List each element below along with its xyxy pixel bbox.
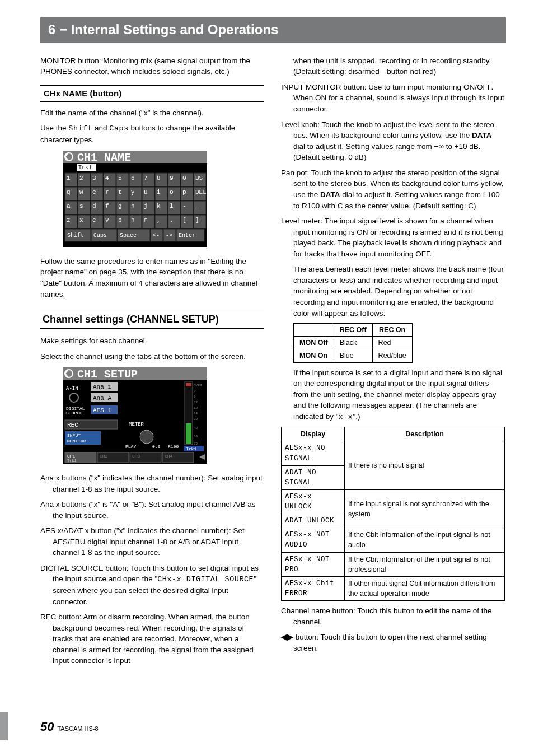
svg-text:i: i (157, 189, 161, 195)
para-edit-name: Edit the name of the channel ("x" is the… (40, 108, 264, 119)
disp-r3a: AESx-x NOT AUDIO (282, 528, 345, 552)
svg-text:CH4: CH4 (165, 454, 173, 459)
svg-text:[: [ (182, 217, 186, 223)
text: and (92, 124, 109, 132)
right-column: when the unit is stopped, recording or i… (281, 55, 505, 671)
bold-data: DATA (472, 131, 492, 139)
svg-text:12: 12 (194, 400, 198, 404)
svg-text:c: c (92, 217, 96, 223)
svg-text:.: . (170, 217, 174, 223)
svg-text:1: 1 (67, 175, 71, 181)
para-channel-name-btn: Channel name button: Touch this button t… (281, 605, 505, 627)
code-chx-dig: CHx-x DIGITAL SOURCE (157, 575, 254, 584)
para-digital-nomsg: If the input source is set to a digital … (281, 367, 505, 423)
text: If the input source is set to a digital … (293, 368, 502, 421)
para-level-knob: Level knob: Touch the knob to adjust the… (281, 119, 505, 163)
svg-text:-: - (182, 203, 186, 209)
lcd-play: PLAY (125, 444, 136, 449)
svg-text:a: a (67, 203, 71, 209)
para-shift-caps: Use the Shift and Caps buttons to change… (40, 123, 264, 145)
para-follow-procedures: Follow the same procedures to enter name… (40, 256, 264, 300)
disp-h-display: Display (282, 427, 345, 441)
code-shift: Shift (68, 124, 92, 133)
para-level-meter: Level meter: The input signal level is s… (281, 216, 505, 259)
disp-r3-desc: If the Cbit information of the input sig… (345, 528, 505, 552)
text: Level knob: Touch the knob to adjust the… (281, 120, 494, 140)
page-number: 50 (40, 720, 54, 734)
svg-text:d: d (92, 203, 96, 209)
svg-text:CH1: CH1 (67, 454, 76, 459)
para-select-channel: Select the channel using the tabs at the… (40, 351, 264, 362)
svg-text:t: t (118, 189, 122, 195)
svg-text:q: q (67, 189, 71, 195)
monrec-h-recoff: REC Off (334, 324, 372, 337)
svg-text:6: 6 (131, 175, 135, 181)
section-chx-name: CHx NAME (button) (40, 85, 264, 102)
lcd-ain: A-IN (66, 386, 78, 391)
lcd-title: CH1 NAME (77, 151, 131, 164)
disp-r2b: ADAT UNLOCK (282, 514, 345, 528)
monrec-monoff: MON Off (294, 337, 334, 349)
disp-r2-desc: If the input signal is not synchronized … (345, 489, 505, 528)
lcd-anaA: Ana A (93, 395, 111, 402)
lcd-rec: REC (67, 422, 78, 428)
left-right-arrow-icon: ◀▶ (281, 633, 293, 641)
svg-text:_: _ (195, 203, 199, 209)
disp-r4-desc: If the Cbit information of the input sig… (345, 552, 505, 576)
para-area-beneath: The area beneath each level meter shows … (281, 264, 505, 319)
monrec-blank (294, 324, 334, 337)
lcd-trackname: Trk1 (78, 165, 92, 171)
lcd-meter: METER (129, 422, 144, 427)
svg-text:Enter: Enter (179, 232, 195, 239)
svg-text:k: k (157, 203, 161, 209)
disp-r1b: ADAT NO SIGNAL (282, 465, 345, 489)
svg-text:7: 7 (144, 175, 148, 181)
monrec-blue: Blue (334, 349, 372, 362)
svg-text:->: -> (166, 232, 172, 239)
svg-text:18: 18 (194, 406, 198, 410)
svg-text:Shift: Shift (67, 232, 84, 239)
ch1-name-screenshot: CH1 NAME Trk1 1234567890BSqwertyuiopDELa… (63, 151, 264, 250)
para-rec-continued: when the unit is stopped, recording or i… (281, 55, 505, 77)
lcd-pan-r: R100 (168, 444, 179, 449)
text: Use the (40, 124, 68, 132)
svg-text:s: s (79, 203, 83, 209)
svg-text:CH3: CH3 (132, 454, 140, 459)
page-edge-stripe (0, 712, 8, 740)
disp-r1a: AESx-x NO SIGNAL (282, 441, 345, 465)
svg-text:x: x (79, 217, 83, 223)
svg-text:n: n (131, 217, 135, 223)
svg-text:Trk1: Trk1 (67, 459, 77, 463)
lcd-digsrc-label2: SOURCE (66, 410, 82, 416)
page-footer: 50 TASCAM HS-8 (40, 718, 99, 736)
svg-text:OVER: OVER (194, 384, 202, 388)
svg-text:4: 4 (105, 175, 109, 181)
disp-r2a: AESx-x UNLOCK (282, 489, 345, 514)
svg-text:24: 24 (194, 412, 198, 416)
disp-r5-desc: If other input signal Cbit information d… (345, 576, 505, 600)
svg-text:48: 48 (194, 426, 198, 430)
para-digital-source: DIGITAL SOURCE button: Touch this button… (40, 563, 264, 607)
lcd-inpmon1: INPUT (67, 433, 81, 438)
section-channel-setup: Channel settings (CHANNEL SETUP) (40, 310, 264, 329)
para-rec-button: REC button: Arm or disarm recording. Whe… (40, 612, 264, 666)
disp-r4a: AESx-x NOT PRO (282, 552, 345, 576)
code-xx: x-x (339, 413, 353, 421)
svg-text:BS: BS (195, 175, 203, 181)
svg-text:8: 8 (157, 175, 161, 181)
svg-text:z: z (67, 217, 71, 223)
svg-text:0: 0 (194, 389, 196, 393)
svg-text:60: 60 (194, 435, 198, 438)
svg-rect-114 (186, 383, 191, 386)
svg-text:,: , (157, 217, 161, 223)
text: ".) (353, 412, 360, 421)
monrec-red: Red (372, 337, 412, 349)
lcd-aes1: AES 1 (93, 407, 111, 414)
lcd-ana1: Ana 1 (93, 384, 111, 390)
disp-r5a: AESx-x Cbit ERROR (282, 576, 345, 600)
para-pan-pot: Pan pot: Touch the knob to adjust the st… (281, 167, 505, 211)
text: dial to adjust it. Setting values range … (293, 142, 481, 162)
para-monitor-button: MONITOR button: Monitoring mix (same sig… (40, 55, 264, 77)
monrec-monon: MON On (294, 349, 334, 362)
display-table: Display Description AESx-x NO SIGNAL If … (281, 427, 505, 601)
